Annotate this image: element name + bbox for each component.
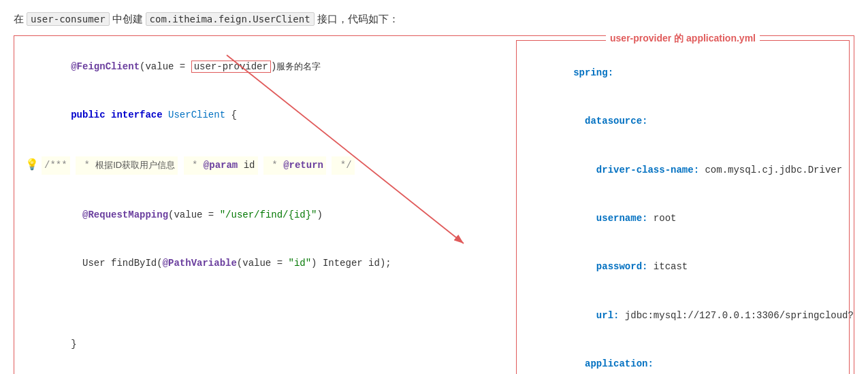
blank-line-4 (25, 305, 505, 321)
feign-annotation: @FeignClient (71, 61, 140, 72)
class-userclient: UserClient (168, 109, 225, 120)
javadoc-return-tag: @return (283, 160, 323, 171)
javadoc-return-line: * @return (263, 156, 326, 175)
yaml-val-url: jdbc:mysql://127.0.0.1:3306/springcloud? (619, 310, 853, 321)
intro-text-pre: 在 (14, 13, 24, 26)
yaml-key-username: username: (596, 213, 648, 224)
interface-line: public interface UserClient { (25, 91, 505, 139)
closing-brace: } (71, 339, 76, 350)
javadoc-start-line: /*** (42, 156, 70, 175)
javadoc-param-line: * @param id (184, 156, 258, 175)
javadoc-chinese: 根据ID获取用户信息 (95, 160, 175, 170)
closing-brace-line: } (25, 321, 505, 369)
javadoc-end: */ (334, 160, 351, 171)
request-mapping-line: @RequestMapping(value = "/user/find/{id}… (25, 191, 505, 239)
yaml-key-datasource: datasource: (585, 116, 647, 126)
main-wrapper: @FeignClient(value = user-provider)服务的名字… (14, 35, 854, 374)
intro-text-post: 接口，代码如下： (317, 13, 399, 26)
yaml-indent-driver (573, 165, 596, 175)
path-variable-rest: ) Integer id); (311, 258, 391, 269)
yaml-indent-url (573, 310, 596, 321)
left-panel: @FeignClient(value = user-provider)服务的名字… (14, 36, 516, 374)
javadoc-desc-line: * 根据ID获取用户信息 (76, 156, 178, 175)
right-panel: user-provider 的 application.yml spring: … (516, 40, 850, 374)
yaml-application: application: (528, 340, 838, 374)
intro-line: 在 user-consumer 中创建 com.itheima.feign.Us… (14, 12, 854, 26)
intro-code2: com.itheima.feign.UserClient (146, 12, 315, 26)
right-panel-title: user-provider 的 application.yml (606, 33, 760, 45)
feign-value-box: user-provider (191, 61, 271, 73)
intro-text-mid: 中创建 (112, 13, 143, 26)
brace-open: { (225, 109, 237, 120)
yaml-datasource: datasource: (528, 97, 838, 146)
kw-public-interface: public interface (71, 109, 168, 120)
feign-attr: (value = (140, 61, 191, 72)
return-type: User findById( (71, 258, 162, 269)
yaml-indent-ds (573, 116, 585, 126)
blank-line-2 (25, 175, 505, 191)
yaml-indent-username (573, 213, 596, 224)
javadoc-end-line: */ (332, 156, 354, 175)
feign-client-line: @FeignClient(value = user-provider)服务的名字 (25, 43, 505, 91)
yaml-spring: spring: (528, 49, 838, 97)
feign-comment: 服务的名字 (276, 61, 321, 71)
yaml-key-application: application: (585, 358, 654, 369)
yaml-url: url: jdbc:mysql://127.0.0.1:3306/springc… (528, 292, 838, 340)
yaml-password: password: itcast (528, 243, 838, 292)
javadoc-block: 💡 /*** * 根据ID获取用户信息 * @param id * @retur… (25, 156, 505, 175)
lightbulb-icon: 💡 (25, 158, 39, 171)
yaml-key-url: url: (596, 310, 620, 321)
yaml-indent-password (573, 261, 596, 272)
javadoc-param-id: id (238, 160, 255, 171)
request-mapping-string: "/user/find/{id}" (220, 209, 317, 220)
intro-code1: user-consumer (27, 12, 110, 26)
path-variable-string: "id" (288, 258, 311, 269)
path-variable-annotation: @PathVariable (163, 258, 237, 269)
request-mapping-value: (value = (168, 209, 220, 220)
yaml-key-driver: driver-class-name: (596, 165, 699, 175)
yaml-indent-app (573, 358, 585, 369)
path-variable-value: (value = (237, 258, 289, 269)
find-by-id-line: User findById(@PathVariable(value = "id"… (25, 240, 505, 288)
yaml-key-password: password: (596, 261, 648, 272)
yaml-key-spring: spring: (573, 67, 613, 78)
yaml-val-driver: com.mysql.cj.jdbc.Driver (699, 165, 842, 175)
main-container: @FeignClient(value = user-provider)服务的名字… (14, 35, 854, 374)
javadoc-start: /*** (44, 160, 67, 171)
yaml-username: username: root (528, 194, 838, 243)
javadoc-param-star: * (187, 160, 204, 171)
javadoc-desc: * (78, 160, 95, 171)
blank-line-3 (25, 288, 505, 305)
yaml-val-password: itcast (647, 261, 688, 272)
yaml-val-username: root (647, 213, 676, 224)
javadoc-content: /*** * 根据ID获取用户信息 * @param id * @return … (42, 156, 355, 175)
yaml-driver: driver-class-name: com.mysql.cj.jdbc.Dri… (528, 146, 838, 194)
javadoc-param-tag: @param (204, 160, 238, 171)
request-mapping-close: ) (317, 209, 323, 220)
request-mapping-annotation: @RequestMapping (71, 209, 168, 220)
blank-line-1 (25, 140, 505, 156)
javadoc-return-star: * (266, 160, 283, 171)
